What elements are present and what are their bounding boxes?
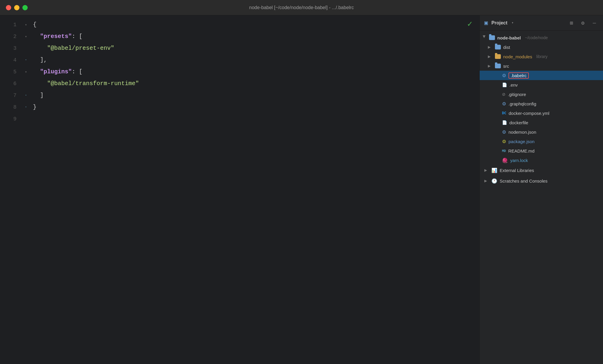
code-line-2: "presets": [ [33,31,479,42]
code-content[interactable]: { "presets": [ "@babel/preset-env" ], "p… [31,19,479,364]
readme-file-name: README.md [508,148,534,153]
yarn-lock-file-icon: 🧶 [502,158,508,163]
src-folder-name: src [503,64,509,69]
tree-item-graphqlconfig[interactable]: ⚙ .graphqlconfig [480,99,603,108]
graphqlconfig-file-icon: ⚙ [502,101,506,107]
fold-arrow-2[interactable]: ▾ [25,34,27,39]
main-content: ✓ 1 2 3 4 5 6 7 8 9 ▾ ▾ · ▾ · [0,15,603,364]
readme-file-icon: MD [502,149,506,153]
tree-item-dist[interactable]: ▶ dist [480,42,603,52]
yarn-lock-file-name: yarn.lock [510,158,528,163]
tree-item-nodemon[interactable]: ⚙ nodemon.json [480,127,603,137]
nodemon-file-icon: ⚙ [502,129,506,135]
external-libraries-arrow[interactable]: ▶ [484,168,489,172]
project-panel-title: Project [491,20,507,26]
fold-arrow-5[interactable]: ▾ [25,70,27,74]
docker-compose-file-name: docker-compose.yml [508,111,549,116]
project-icon: ▣ [484,19,488,27]
tree-item-package-json[interactable]: ⚙ package.json [480,137,603,146]
tree-item-env[interactable]: 📄 .env [480,80,603,90]
external-libraries-icon: 📊 [491,168,497,173]
dist-expand-arrow[interactable]: ▶ [488,45,493,49]
editor-content[interactable]: 1 2 3 4 5 6 7 8 9 ▾ ▾ · ▾ · · [0,15,479,364]
tree-item-src[interactable]: ▶ src [480,61,603,71]
code-line-3: "@babel/preset-env" [33,42,479,54]
dockerfile-file-name: dockerfile [509,120,528,125]
root-folder-name: node-babel [497,35,521,40]
package-json-file-name: package.json [508,139,534,144]
fold-arrow-4: · [25,58,27,62]
project-panel: ▣ Project ▾ ⊞ ⚙ — ▶ node-babel ~/code/no… [479,15,603,364]
tree-root-node[interactable]: ▶ node-babel ~/code/node [480,33,603,42]
gitignore-file-name: .gitignore [508,92,526,97]
code-line-1: { [33,19,479,31]
tree-item-node-modules[interactable]: ▶ node_modules library [480,52,603,61]
package-json-file-icon: ⚙ [502,139,506,144]
fold-arrow-8: · [25,105,27,109]
code-line-5: "plugins": [ [33,66,479,78]
scratches-icon: 🕐 [491,178,497,184]
nodemon-file-name: nodemon.json [508,130,536,135]
tree-item-dockerfile[interactable]: 📄 dockerfile [480,118,603,127]
external-libraries-label: External Libraries [500,168,534,173]
tree-item-docker-compose[interactable]: DC docker-compose.yml [480,108,603,118]
check-icon: ✓ [467,19,472,29]
gitignore-file-icon: ⊘ [502,92,506,97]
traffic-lights [6,5,28,10]
node-modules-folder-icon [495,54,501,59]
minimize-panel-icon[interactable]: — [590,19,598,27]
scratches-arrow[interactable]: ▶ [484,179,489,183]
node-modules-folder-name: node_modules [503,54,532,59]
fold-arrow-1[interactable]: ▾ [25,23,27,27]
code-line-6: "@babel/transform-runtime" [33,78,479,90]
babelrc-file-name: .babelrc [511,73,526,78]
close-button[interactable] [6,5,11,10]
code-line-9 [33,113,479,125]
docker-compose-file-icon: DC [502,111,506,115]
node-modules-label: library [536,54,547,59]
env-file-icon: 📄 [502,82,507,87]
root-expand-arrow[interactable]: ▶ [482,35,486,40]
fold-arrow-7: · [25,93,27,97]
tree-item-readme[interactable]: MD README.md [480,146,603,155]
src-folder-icon [495,64,501,68]
dist-folder-icon [495,45,501,49]
babelrc-file-icon: ⚙ [502,73,506,78]
project-panel-header: ▣ Project ▾ ⊞ ⚙ — [480,15,603,31]
root-folder-icon [489,35,495,40]
tree-item-gitignore[interactable]: ⊘ .gitignore [480,90,603,99]
src-expand-arrow[interactable]: ▶ [488,64,493,68]
dockerfile-file-icon: 📄 [502,120,507,125]
line-numbers: 1 2 3 4 5 6 7 8 9 [0,19,21,364]
dist-folder-name: dist [503,45,510,50]
settings-icon[interactable]: ⚙ [579,19,587,27]
code-line-7: ] [33,90,479,101]
tree-item-scratches[interactable]: ▶ 🕐 Scratches and Consoles [480,176,603,186]
node-modules-expand-arrow[interactable]: ▶ [488,54,493,59]
scratches-label: Scratches and Consoles [500,178,548,183]
layout-icon[interactable]: ⊞ [568,19,576,27]
root-folder-path: ~/code/node [525,35,548,40]
project-dropdown-arrow[interactable]: ▾ [511,21,513,25]
editor-area: ✓ 1 2 3 4 5 6 7 8 9 ▾ ▾ · ▾ · [0,15,479,364]
tree-item-yarn-lock[interactable]: 🧶 yarn.lock [480,155,603,165]
code-line-8: } [33,101,479,113]
minimize-button[interactable] [14,5,19,10]
env-file-name: .env [509,82,518,87]
title-bar: node-babel [~/code/node/node-babel] - ..… [0,0,603,15]
project-file-tree[interactable]: ▶ node-babel ~/code/node ▶ dist ▶ [480,31,603,364]
window-title: node-babel [~/code/node/node-babel] - ..… [249,5,354,10]
code-gutter: ▾ ▾ · ▾ · · [21,19,31,364]
code-line-4: ], [33,54,479,66]
maximize-button[interactable] [22,5,28,10]
tree-item-babelrc[interactable]: ⚙ .babelrc [480,71,603,80]
graphqlconfig-file-name: .graphqlconfig [508,101,536,106]
tree-item-external-libraries[interactable]: ▶ 📊 External Libraries [480,165,603,176]
